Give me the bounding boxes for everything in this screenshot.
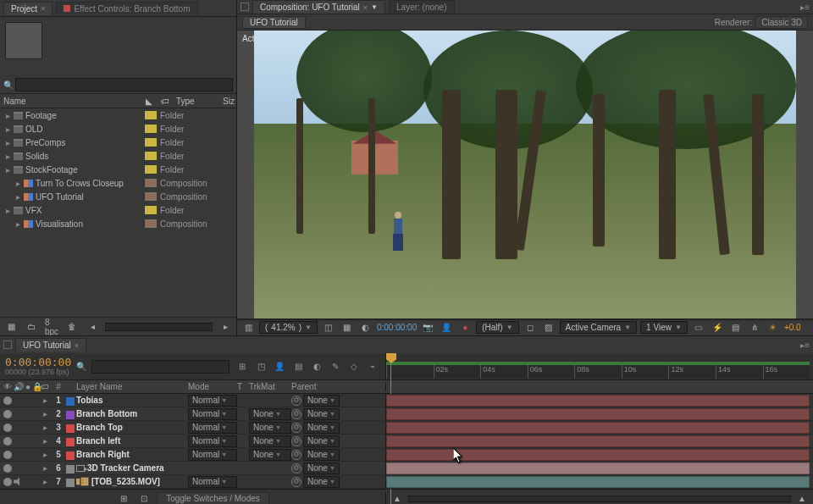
graph-editor-icon[interactable]: ⌁ <box>365 359 380 374</box>
safe-zones-icon[interactable]: ◫ <box>321 321 336 335</box>
visibility-toggle[interactable] <box>3 424 12 432</box>
layer-row[interactable]: ▸ 2 Branch Bottom Normal▼ None▼ None▼ <box>0 407 813 421</box>
trkmat-dropdown[interactable]: None▼ <box>249 449 291 461</box>
tab-project[interactable]: Project× <box>3 2 53 15</box>
parent-dropdown[interactable]: None▼ <box>303 449 340 461</box>
layer-duration-bar[interactable] <box>386 435 810 447</box>
blend-mode-dropdown[interactable]: Normal▼ <box>188 395 237 407</box>
close-icon[interactable]: × <box>41 4 45 13</box>
layer-label-swatch[interactable] <box>66 465 75 474</box>
visibility-toggle[interactable] <box>3 396 12 405</box>
composition-viewer[interactable]: Active Camera <box>237 30 813 319</box>
layer-label-swatch[interactable] <box>66 397 75 406</box>
trkmat-dropdown[interactable]: None▼ <box>249 422 291 434</box>
snapshot-icon[interactable]: 📷 <box>420 321 435 335</box>
blend-mode-dropdown[interactable]: Normal▼ <box>188 422 237 434</box>
blend-mode-dropdown[interactable]: Normal▼ <box>188 449 237 461</box>
shy-icon[interactable]: 👤 <box>272 359 287 374</box>
project-item[interactable]: ▸StockFootageFolder <box>0 163 236 176</box>
visibility-toggle[interactable] <box>3 437 12 446</box>
current-time-display[interactable]: 0:00:00:00 <box>377 323 417 332</box>
layer-name[interactable]: Branch Top <box>75 423 188 432</box>
pickwhip-icon[interactable] <box>291 436 301 446</box>
parent-dropdown[interactable]: None▼ <box>303 395 340 407</box>
comp-sub-tab[interactable]: UFO Tutorial <box>242 16 306 29</box>
resolution-dropdown[interactable]: (Half)▼ <box>476 321 518 334</box>
layer-duration-bar[interactable] <box>386 476 810 488</box>
blend-mode-dropdown[interactable]: Normal▼ <box>188 408 237 420</box>
layer-row[interactable]: ▸ 7 �퟾[TOB_5235.MOV] Normal▼ None▼ <box>0 475 813 489</box>
layer-label-swatch[interactable] <box>66 424 75 433</box>
layer-label-swatch[interactable] <box>66 451 75 460</box>
new-bin-icon[interactable]: 🗀 <box>24 320 39 334</box>
interpret-footage-icon[interactable]: ▦ <box>3 320 19 334</box>
panel-grip-icon[interactable] <box>241 3 249 11</box>
layer-label-swatch[interactable] <box>66 479 75 487</box>
twirl-icon[interactable]: ▸ <box>39 423 51 432</box>
layer-name[interactable]: Tobias <box>75 396 188 405</box>
current-time-indicator[interactable] <box>386 353 396 379</box>
twirl-icon[interactable]: ▸ <box>39 477 51 486</box>
layer-row[interactable]: ▸ 3 Branch Top Normal▼ None▼ None▼ <box>0 421 813 435</box>
layer-name[interactable]: �퟾[TOB_5235.MOV] <box>75 477 188 486</box>
parent-dropdown[interactable]: None▼ <box>303 435 340 447</box>
project-item[interactable]: ▸VisualisationComposition <box>0 217 236 230</box>
channel-icon[interactable]: ● <box>457 321 473 335</box>
layer-name[interactable]: Branch Bottom <box>75 409 188 418</box>
panel-menu-icon[interactable]: ▸≡ <box>800 341 810 350</box>
views-count-dropdown[interactable]: 1 View▼ <box>640 321 688 334</box>
zoom-dropdown[interactable]: (41.2%)▼ <box>259 321 318 334</box>
brainstorm-icon[interactable]: ✎ <box>328 359 343 374</box>
auto-keyframe-icon[interactable]: ◇ <box>346 359 362 374</box>
project-item[interactable]: ▸OLDFolder <box>0 122 236 136</box>
twirl-icon[interactable]: ▸ <box>39 436 51 446</box>
flowchart-icon[interactable]: ⋔ <box>747 321 762 335</box>
view-dropdown[interactable]: Active Camera▼ <box>560 321 638 334</box>
tab-composition[interactable]: Composition: UFO Tutorial×▼ <box>252 0 385 14</box>
layer-row[interactable]: ▸ 4 Branch left Normal▼ None▼ None▼ <box>0 435 813 448</box>
project-column-header[interactable]: Name ◣ 🏷 Type Siz <box>0 93 236 108</box>
project-hscroll[interactable] <box>105 323 213 331</box>
exposure-reset-icon[interactable]: ☀ <box>766 321 781 335</box>
pickwhip-icon[interactable] <box>291 477 301 487</box>
layer-row[interactable]: ▸ 1 Tobias Normal▼ None▼ <box>0 394 813 407</box>
bpc-toggle[interactable]: 8 bpc <box>44 320 59 334</box>
parent-dropdown[interactable]: None▼ <box>303 408 340 420</box>
trkmat-dropdown[interactable]: None▼ <box>249 435 291 447</box>
mask-icon[interactable]: ◐ <box>358 321 373 335</box>
project-item[interactable]: ▸VFXFolder <box>0 203 236 217</box>
scroll-right-icon[interactable]: ▸ <box>218 320 233 334</box>
layer-duration-bar[interactable] <box>386 395 810 407</box>
tab-effect-controls[interactable]: Effect Controls: Branch Bottom <box>56 2 197 15</box>
blend-mode-dropdown[interactable]: Normal▼ <box>188 435 237 447</box>
visibility-toggle[interactable] <box>3 410 12 418</box>
toggle-switches-modes-button[interactable]: Toggle Switches / Modes <box>157 492 269 504</box>
layer-label-swatch[interactable] <box>66 438 75 446</box>
close-icon[interactable]: × <box>75 341 79 350</box>
layer-duration-bar[interactable] <box>386 422 810 434</box>
layer-name[interactable]: Branch Right <box>75 450 188 459</box>
time-ruler[interactable]: 02s04s06s08s10s12s14s16s <box>386 365 810 379</box>
delete-icon[interactable]: 🗑 <box>64 320 80 334</box>
layer-name[interactable]: Branch left <box>75 436 188 446</box>
motion-blur-icon[interactable]: ◐ <box>309 359 324 374</box>
frame-blend-icon[interactable]: ▤ <box>290 359 306 374</box>
pickwhip-icon[interactable] <box>291 409 301 419</box>
twirl-icon[interactable]: ▸ <box>39 463 51 473</box>
toggle-switches-icon[interactable]: ⊡ <box>136 492 152 505</box>
pickwhip-icon[interactable] <box>291 450 301 460</box>
zoom-out-icon[interactable]: ▲ <box>390 492 405 505</box>
layer-name[interactable]: 3D Tracker Camera <box>75 463 188 473</box>
twirl-icon[interactable]: ▸ <box>39 409 51 418</box>
layer-row[interactable]: ▸ 5 Branch Right Normal▼ None▼ None▼ <box>0 448 813 462</box>
speaker-icon[interactable] <box>14 478 22 486</box>
pickwhip-icon[interactable] <box>291 463 301 474</box>
layer-label-swatch[interactable] <box>66 411 75 419</box>
blend-mode-dropdown[interactable]: Normal▼ <box>188 476 237 488</box>
timeline-tab[interactable]: UFO Tutorial× <box>15 338 86 352</box>
show-snapshot-icon[interactable]: 👤 <box>439 321 454 335</box>
twirl-icon[interactable]: ▸ <box>39 450 51 459</box>
comp-mini-flowchart-icon[interactable]: ⊞ <box>235 359 250 374</box>
project-item[interactable]: ▸UFO TutorialComposition <box>0 190 236 203</box>
exposure-value[interactable]: +0.0 <box>784 323 801 332</box>
